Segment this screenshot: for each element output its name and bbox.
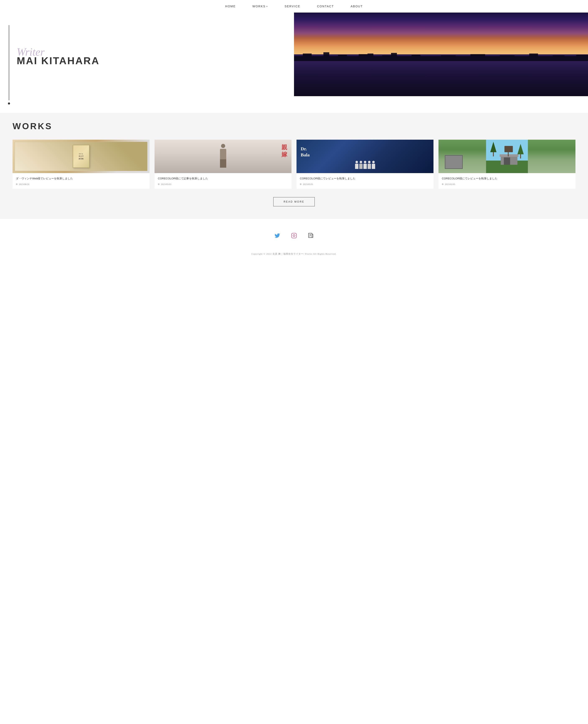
head [368,161,371,163]
nav-service[interactable]: SERVICE [285,5,300,8]
head [356,161,358,163]
read-more-button[interactable]: READ MORE [273,197,315,206]
chevron-down-icon: ▾ [267,5,268,7]
svg-rect-11 [292,233,296,238]
works-title: WORKS [13,121,575,131]
body [368,164,371,169]
sky-background [294,13,588,96]
nav-works[interactable]: WORKS ▾ [252,5,268,8]
person-head [221,144,225,148]
person-2 [359,161,362,169]
body [355,164,358,169]
work-card-1-title: ダ・ヴィンチWeb様でレビューを執筆しました [16,176,146,181]
work-card-2-body: CORECOLOR様にて記事を執筆しました 2023/05/03 [154,173,292,189]
work-card-3-image [296,140,434,173]
body [359,164,362,169]
work-card-1-body: ダ・ヴィンチWeb様でレビューを執筆しました 2023/08/20 [13,173,149,189]
work-card-4-image [439,140,575,173]
work-card-1[interactable]: 9マス美文字練習帳 ダ・ヴィンチWeb様でレビューを執筆しました 2023/08… [13,140,149,189]
svg-rect-9 [505,146,513,152]
head [364,161,366,163]
nature-svg [439,140,575,173]
svg-rect-5 [520,154,521,158]
sky-upper [294,13,588,59]
person-4 [368,161,371,169]
head [360,161,362,163]
book-cover: 9マス美文字練習帳 [73,145,89,168]
hero-name: MAI KITAHARA [17,56,281,66]
date-icon [158,183,160,185]
person-legs [220,159,226,168]
svg-rect-3 [493,152,494,156]
work-card-4-date: 2023/02/05 [442,183,572,186]
navigation: HOME WORKS ▾ SERVICE CONTACT ABOUT [0,0,588,13]
work-card-3[interactable]: CORECOLOR様にてレビューを執筆しました 2023/05/01 [296,140,434,189]
nav-about[interactable]: ABOUT [351,5,363,8]
nav-contact[interactable]: CONTACT [317,5,334,8]
person-figure [217,144,229,169]
nav-home[interactable]: HOME [225,5,236,8]
svg-rect-7 [500,154,519,157]
work-card-4[interactable]: CORECOLOR様にてレビューを執筆しました 2023/02/05 [439,140,575,189]
work-card-2[interactable]: CORECOLOR様にて記事を執筆しました 2023/05/03 [154,140,292,189]
person-3 [363,161,367,169]
instagram-icon[interactable] [290,231,298,240]
person-1 [355,161,358,169]
head [372,161,375,163]
person-5 [372,161,375,169]
work-card-2-date: 2023/05/03 [158,183,288,186]
book-title: 9マス美文字練習帳 [79,153,84,160]
footer: Copyright © 2022 北原 舞｜福岡在住ライター/ Florist … [0,219,588,262]
work-card-4-title: CORECOLOR様にてレビューを執筆しました [442,176,572,181]
hero-image-area [294,13,588,100]
river [294,59,588,96]
twitter-icon[interactable] [273,231,281,240]
works-grid: 9マス美文字練習帳 ダ・ヴィンチWeb様でレビューを執筆しました 2023/08… [13,140,575,189]
work-card-3-body: CORECOLOR様にてレビューを執筆しました 2023/05/01 [296,173,434,189]
date-icon [442,183,443,185]
work-card-4-body: CORECOLOR様にてレビューを執筆しました 2023/02/05 [439,173,575,189]
body [363,164,367,169]
copyright-text: Copyright © 2022 北原 舞｜福岡在住ライター/ Florist … [8,252,580,255]
person-body [220,149,226,159]
hero-image [294,13,588,96]
body [372,164,375,169]
note-icon[interactable] [307,231,315,240]
hero-section: Writer MAI KITAHARA [0,13,588,100]
work-card-1-image: 9マス美文字練習帳 [13,140,149,173]
date-icon [16,183,18,185]
social-icons [8,231,580,240]
svg-rect-10 [508,152,509,156]
hero-text-area: Writer MAI KITAHARA [0,13,294,100]
hero-dot-decoration [8,103,10,105]
work-card-3-date: 2023/05/01 [300,183,430,186]
works-section: WORKS 9マス美文字練習帳 ダ・ヴィンチWeb様でレビューを執筆しました 2… [0,113,588,219]
work-card-3-title: CORECOLOR様にてレビューを執筆しました [300,176,430,181]
date-icon [300,183,301,185]
work-card-1-date: 2023/08/20 [16,183,146,186]
work-card-2-image [154,140,292,173]
work-card-2-title: CORECOLOR様にて記事を執筆しました [158,176,288,181]
people-group [355,161,375,169]
svg-rect-8 [504,157,510,165]
